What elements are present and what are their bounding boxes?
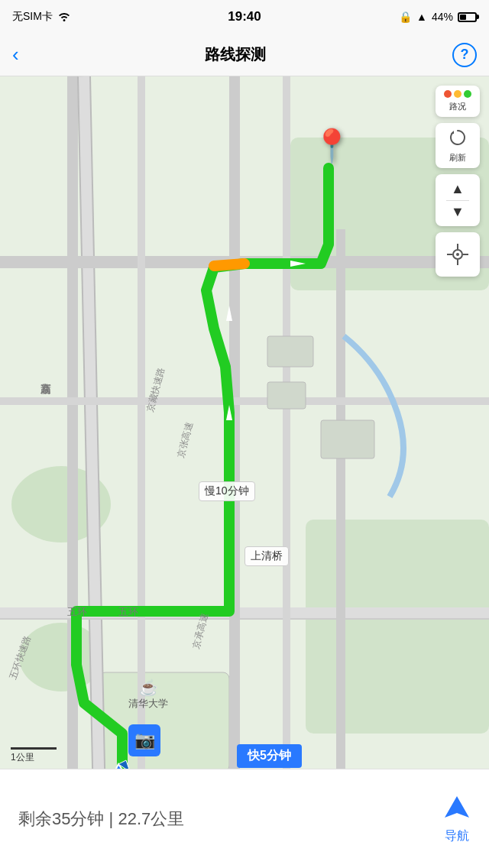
svg-rect-11	[336, 229, 345, 802]
status-left: 无SIM卡	[12, 10, 71, 24]
wifi-icon	[57, 11, 71, 24]
camera-badge[interactable]: 📷	[128, 724, 160, 756]
bottom-panel: 剩余35分钟 | 22.7公里 导航	[0, 769, 489, 868]
destination-pin: 📍	[312, 130, 351, 162]
svg-rect-27	[321, 420, 374, 458]
svg-rect-25	[267, 336, 313, 367]
svg-rect-12	[0, 397, 489, 405]
zoom-out-icon[interactable]: ▼	[451, 204, 465, 220]
back-button[interactable]: ‹	[12, 43, 19, 66]
status-right: 🔒 ▲ 44%	[399, 11, 477, 23]
scale-bar: 1公里	[11, 747, 57, 764]
svg-text:五环: 五环	[67, 606, 87, 617]
navigate-label: 导航	[445, 828, 469, 844]
location-icon: ▲	[416, 11, 427, 23]
svg-rect-6	[67, 76, 78, 802]
lock-icon: 🔒	[399, 11, 412, 23]
svg-marker-30	[451, 131, 454, 134]
zoom-in-icon[interactable]: ▲	[451, 181, 465, 197]
map-area[interactable]: 京新高速 五环 五环 京藏快速路 京张高速 京承高速 五环快速路 📍	[0, 76, 489, 802]
dot-green	[464, 90, 471, 98]
locate-icon	[446, 243, 469, 266]
map-controls: 路况 刷新 ▲ ▼	[436, 86, 480, 277]
refresh-label: 刷新	[449, 152, 466, 164]
carrier-label: 无SIM卡	[12, 10, 53, 24]
battery-percent: 44%	[432, 11, 453, 23]
svg-marker-37	[445, 796, 469, 818]
status-time: 19:40	[228, 9, 261, 24]
dot-yellow	[454, 90, 461, 98]
help-button[interactable]: ?	[452, 43, 477, 67]
zoom-divider	[446, 200, 469, 201]
navigate-button[interactable]: 导航	[443, 793, 471, 844]
traffic-dots	[444, 90, 471, 98]
scale-line	[11, 747, 57, 750]
svg-rect-2	[306, 520, 489, 734]
traffic-button[interactable]: 路况	[436, 86, 480, 117]
tsinghua-label: ☕ 清华大学	[128, 679, 168, 711]
svg-text:五环: 五环	[118, 606, 138, 617]
svg-rect-14	[283, 76, 290, 802]
locate-button[interactable]	[436, 232, 480, 277]
map-svg: 京新高速 五环 五环 京藏快速路 京张高速 京承高速 五环快速路	[0, 76, 489, 802]
navigate-icon	[443, 793, 471, 827]
svg-point-32	[456, 253, 459, 256]
svg-rect-26	[267, 382, 306, 409]
traffic-label: 路况	[449, 101, 466, 112]
page-title: 路线探测	[205, 44, 266, 65]
trip-info: 剩余35分钟 | 22.7公里	[18, 808, 184, 831]
refresh-icon	[448, 128, 468, 151]
fast-label: 快5分钟	[237, 744, 302, 768]
qingqiao-label: 上清桥	[244, 546, 289, 566]
zoom-button[interactable]: ▲ ▼	[436, 174, 480, 226]
slow-label: 慢10分钟	[199, 481, 255, 501]
dot-red	[444, 90, 452, 98]
status-bar: 无SIM卡 19:40 🔒 ▲ 44%	[0, 0, 489, 34]
nav-bar: ‹ 路线探测 ?	[0, 34, 489, 76]
battery-icon	[458, 12, 477, 22]
scale-text: 1公里	[11, 751, 34, 764]
refresh-button[interactable]: 刷新	[436, 123, 480, 168]
